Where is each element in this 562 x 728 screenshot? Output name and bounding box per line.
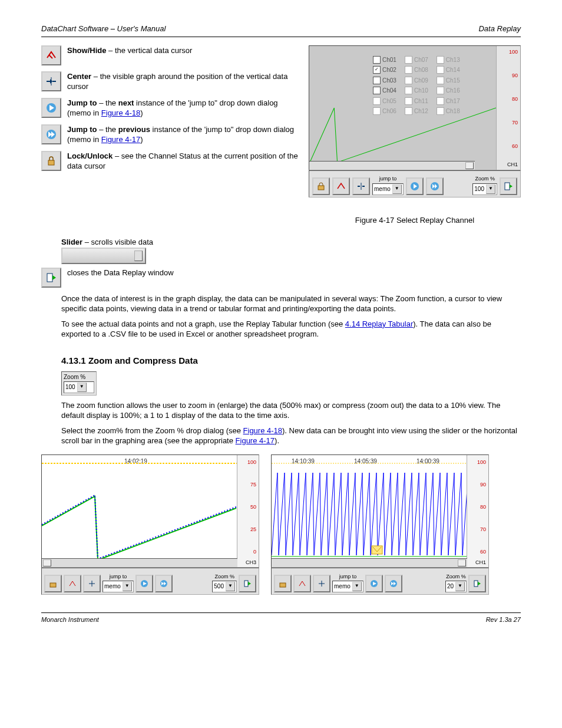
jump-prev-icon[interactable]: [41, 124, 61, 144]
svg-rect-26: [50, 583, 56, 587]
tl-ff-icon[interactable]: [155, 575, 173, 592]
bullet-close: closes the Data Replay window: [67, 268, 521, 278]
tl-close-icon[interactable]: [239, 575, 256, 592]
link-replay-tabular[interactable]: 4.14 Replay Tabular: [345, 319, 413, 328]
tb-lock-icon[interactable]: [312, 177, 330, 195]
zoom-widget[interactable]: Zoom % 100▼: [61, 371, 97, 396]
mid-para-2: To see the actual data points and not a …: [61, 319, 521, 340]
toolbar-left: jump tomemo▼ Zoom %500▼: [41, 568, 259, 595]
bullet-jump-next: Jump to – the next instance of the 'jump…: [67, 98, 298, 118]
slider-icon[interactable]: [61, 248, 146, 264]
tr-lock-icon[interactable]: [274, 575, 292, 592]
chart-zoom500: 14:02:19 100 75 50 25 0 CH3: [41, 454, 259, 568]
svg-rect-40: [280, 583, 286, 587]
tl-center-icon[interactable]: [83, 575, 101, 592]
checkbox-ch14[interactable]: [437, 66, 444, 74]
replay-toolbar: jump to memo▼ Zoom % 100▼: [309, 170, 521, 197]
fig17-caption: Figure 4-17 Select Replay Channel: [309, 215, 521, 226]
link-fig18b[interactable]: Figure 4-18: [243, 426, 282, 435]
footer-left: Monarch Instrument: [41, 615, 99, 624]
checkbox-ch13[interactable]: [437, 56, 444, 64]
tb-jumpto-group: jump to memo▼: [372, 175, 404, 195]
channel-list: Ch01 Ch07 Ch13 ✓Ch02 Ch08 Ch14 Ch03 Ch09…: [371, 54, 462, 117]
bullet-show-hide: Show/Hide – the vertical data cursor: [67, 45, 298, 56]
svg-rect-11: [318, 186, 324, 190]
center-icon[interactable]: [41, 71, 61, 91]
tr-ff-icon[interactable]: [385, 575, 402, 592]
bullet-jump-prev: Jump to – the previous instance of the '…: [67, 124, 298, 145]
chart-left-scroll[interactable]: [42, 558, 237, 567]
header-right: Data Replay: [478, 24, 521, 34]
checkbox-ch06[interactable]: [373, 107, 381, 115]
chart-right-scroll[interactable]: [272, 558, 467, 567]
page-header: DataChart Software – User's Manual Data …: [41, 24, 521, 37]
tl-lock-icon[interactable]: [44, 575, 62, 592]
checkbox-ch08[interactable]: [405, 66, 412, 74]
svg-rect-34: [244, 581, 248, 587]
footer-right: Rev 1.3a 27: [486, 615, 521, 624]
tr-jump-select[interactable]: memo▼: [332, 581, 363, 592]
svg-marker-21: [510, 185, 513, 188]
lock-icon[interactable]: [41, 151, 61, 171]
replay-chart-panel: Ch01 Ch07 Ch13 ✓Ch02 Ch08 Ch14 Ch03 Ch09…: [309, 45, 521, 170]
tb-cursor-icon[interactable]: [332, 177, 350, 195]
tr-play-icon[interactable]: [365, 575, 383, 592]
tb-play-icon[interactable]: [406, 177, 424, 195]
checkbox-ch01[interactable]: [373, 56, 381, 64]
mid-para-1: Once the data of interest is in the grap…: [61, 294, 521, 314]
checkbox-ch03[interactable]: [373, 77, 381, 84]
page-footer: Monarch Instrument Rev 1.3a 27: [41, 612, 521, 624]
tb-ff-icon[interactable]: [426, 177, 444, 195]
jump-next-icon[interactable]: [41, 98, 61, 118]
slider-desc: Slider – scrolls visible data: [61, 237, 521, 248]
tr-cursor-icon[interactable]: [293, 575, 311, 592]
zoom-select[interactable]: 100▼: [472, 183, 497, 195]
tl-play-icon[interactable]: [135, 575, 153, 592]
cursor-toggle-icon[interactable]: [41, 45, 61, 65]
tb-zoom-group: Zoom % 100▼: [472, 175, 497, 195]
tb-close-icon[interactable]: [500, 177, 517, 195]
link-fig18[interactable]: Figure 4-18: [101, 108, 140, 117]
tr-center-icon[interactable]: [313, 575, 330, 592]
checkbox-ch10[interactable]: [405, 87, 412, 94]
checkbox-ch18[interactable]: [437, 107, 444, 115]
svg-marker-23: [52, 275, 56, 280]
checkbox-ch04[interactable]: [373, 87, 381, 94]
zoom-para-1: The zoom function allows the user to zoo…: [61, 400, 521, 421]
checkbox-ch17[interactable]: [437, 97, 444, 105]
checkbox-ch15[interactable]: [437, 77, 444, 84]
close-replay-icon[interactable]: [41, 268, 61, 288]
tl-zoom-select[interactable]: 500▼: [212, 581, 237, 592]
svg-rect-22: [47, 274, 52, 282]
link-fig17b[interactable]: Figure 4-17: [236, 436, 275, 445]
svg-rect-48: [474, 581, 478, 587]
y-axis: 100 90 80 70 60 CH1: [496, 46, 520, 170]
zoom-para-2: Select the zoom% from the Zoom % drop di…: [61, 426, 521, 446]
checkbox-ch12[interactable]: [405, 107, 412, 115]
link-fig17[interactable]: Figure 4-17: [101, 135, 140, 144]
svg-marker-35: [248, 582, 251, 585]
checkbox-ch09[interactable]: [405, 77, 412, 84]
tr-close-icon[interactable]: [468, 575, 486, 592]
chart-zoom20: 14:10:39 14:05:39 14:00:39 100 90 80 70 …: [271, 454, 489, 568]
checkbox-ch05[interactable]: [373, 97, 381, 105]
bullet-lock: Lock/Unlock – see the Channel Status at …: [67, 151, 298, 172]
bullet-center: Center – the visible graph around the po…: [67, 71, 298, 92]
checkbox-ch11[interactable]: [405, 97, 412, 105]
tb-center-icon[interactable]: [352, 177, 370, 195]
svg-rect-20: [505, 183, 510, 190]
jumpto-select[interactable]: memo▼: [372, 183, 404, 195]
header-left: DataChart Software – User's Manual: [41, 24, 166, 34]
svg-rect-10: [48, 160, 54, 165]
tl-jump-select[interactable]: memo▼: [103, 581, 134, 592]
checkbox-ch16[interactable]: [437, 87, 444, 94]
hscrollbar[interactable]: [309, 161, 475, 170]
checkbox-ch07[interactable]: [405, 56, 412, 64]
svg-marker-49: [478, 582, 481, 585]
checkbox-ch02[interactable]: ✓: [373, 66, 381, 74]
tr-zoom-select[interactable]: 20▼: [445, 581, 467, 592]
tl-cursor-icon[interactable]: [64, 575, 81, 592]
toolbar-right: jump tomemo▼ Zoom %20▼: [271, 568, 489, 595]
section-title: 4.13.1 Zoom and Compress Data: [61, 355, 521, 367]
